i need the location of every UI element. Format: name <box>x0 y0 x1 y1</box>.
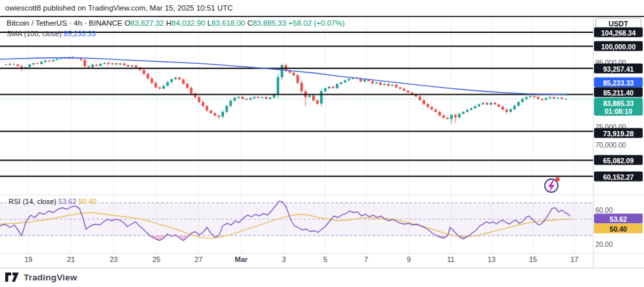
publish-header: owiescott8 published on TradingView.com,… <box>0 0 644 16</box>
flash-idea-button[interactable] <box>545 177 560 192</box>
price-badge: 60,152.27 <box>594 172 643 182</box>
ohlc-key: O <box>124 19 130 27</box>
price-badge: 73,919.28 <box>594 128 643 138</box>
footer-brand: TradingView <box>24 273 77 282</box>
ohlc-value: 84,032.90 <box>172 19 207 27</box>
ohlc-value: 83,618.00 <box>212 19 247 27</box>
rsi-legend[interactable]: RSI (14, close) 53.62 50.40 <box>7 197 99 205</box>
ohlc-value: 83,885.33 <box>252 19 288 27</box>
ohlc-value: 83,827.32 <box>130 19 166 27</box>
price-axis-label: 70,000.00 <box>595 141 643 149</box>
price-axis-label: 20.00 <box>595 240 643 248</box>
symbol-title: Bitcoin / TetherUS · 4h · BINANCE <box>7 19 124 27</box>
rsi-ma-value: 50.40 <box>78 197 97 205</box>
rsi-value: 53.62 <box>58 197 77 205</box>
price-badge: 50.40 <box>594 224 643 234</box>
price-axis-label: 60.00 <box>595 206 643 214</box>
candlestick-series <box>5 56 567 124</box>
ohlc-key: H <box>166 19 172 27</box>
price-badge: 93,257.41 <box>594 64 643 74</box>
price-badge: 85,233.33 <box>594 78 643 88</box>
chart-canvas[interactable] <box>0 0 644 287</box>
tradingview-published-chart: owiescott8 published on TradingView.com,… <box>0 0 644 287</box>
tradingview-logo-icon <box>5 273 19 282</box>
change-value: +58.02 (+0.07%) <box>288 19 345 27</box>
footer: TradingView <box>5 273 77 282</box>
publish-title: owiescott8 published on TradingView.com,… <box>5 4 233 12</box>
ohlc-legend[interactable]: Bitcoin / TetherUS · 4h · BINANCE O83,82… <box>7 18 344 28</box>
countdown-timer: 01:08:10 <box>594 107 643 115</box>
sma-legend[interactable]: SMA (100, close) 85,233.33 <box>7 29 344 38</box>
notification-dot <box>555 177 559 181</box>
price-badge: 85,211.40 <box>594 88 643 97</box>
price-badge: 104,268.34 <box>594 28 643 38</box>
price-badge: 100,000.00 <box>594 41 643 51</box>
price-badge: 53.62 <box>594 214 643 224</box>
rsi-label: RSI (14, close) <box>9 197 57 205</box>
symbol-legend: Bitcoin / TetherUS · 4h · BINANCE O83,82… <box>7 18 344 38</box>
sma-label: SMA (100, close) <box>7 30 62 38</box>
sma-value: 85,233.33 <box>64 30 96 38</box>
price-badge: 83,885.3301:08:10 <box>594 98 643 116</box>
price-badge: 65,082.09 <box>594 155 643 165</box>
